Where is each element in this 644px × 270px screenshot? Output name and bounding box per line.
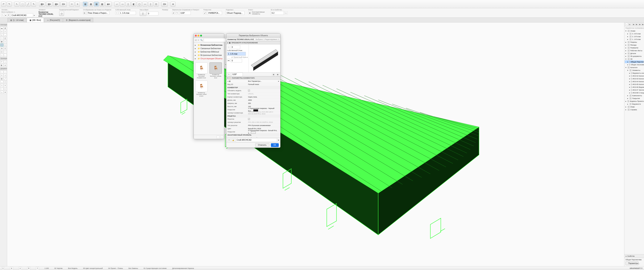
nav-item[interactable]: ▸▫Детали — [625, 52, 644, 55]
nav-item[interactable]: ▸▫Компоненты — [625, 94, 644, 97]
circle-tool[interactable]: ○ — [0, 87, 3, 90]
nav-item[interactable]: ▾▫Этажи — [625, 30, 644, 32]
view-icon-a[interactable]: ▦ — [272, 73, 275, 76]
lib-thumb[interactable]: 🪑Конвектор TECHNO VENT KVZV — [195, 81, 208, 97]
nav-item[interactable]: ▸▫Разрезы — [625, 41, 644, 44]
mesh-tool[interactable]: ⊞ — [0, 47, 3, 50]
window-tool[interactable]: ⊡ — [4, 47, 7, 50]
nav-item[interactable]: ▸▫ИКЭ-03 Каталог Дверей — [625, 77, 644, 80]
nav-item[interactable]: ▸▫ИКЭ-ВХ Стандартный Каталог — [625, 91, 644, 94]
status-shading[interactable]: Детализированная Окраска — [172, 267, 194, 269]
params-panel[interactable]: Параметры Выбранного Объекта Конвектор T… — [226, 33, 280, 148]
status-drawing[interactable]: 02 Чертеж — [54, 267, 62, 269]
pan-icon[interactable]: ✥ — [27, 267, 30, 270]
ok-button[interactable]: OK — [271, 143, 279, 147]
nav-item[interactable]: ▸▫ИКЭ-02 Каталог Всех Проем — [625, 74, 644, 77]
back-icon[interactable]: ◁ — [195, 39, 196, 41]
coating-select[interactable] — [207, 11, 222, 15]
anchor-icon[interactable]: ◇ — [227, 46, 230, 49]
class-icon[interactable]: ▦ — [248, 12, 251, 15]
grid-dd[interactable]: ⊞▾ — [60, 2, 67, 7]
library-title[interactable] — [194, 34, 224, 38]
stair-tool[interactable]: ⌇ — [0, 37, 3, 40]
param-value[interactable]: Белый RAL 9016 — [248, 128, 279, 129]
zoom-out-icon[interactable]: ⊖ — [19, 267, 22, 270]
plan-icon[interactable]: ▤ — [83, 12, 86, 15]
nav-item[interactable]: ▸▫Рабочие Листы — [625, 49, 644, 52]
tab-floor[interactable]: ▤[1. 1-й этаж] — [8, 18, 26, 22]
story-icon[interactable]: ≡ — [115, 12, 118, 15]
t2[interactable]: ▭ — [120, 2, 125, 7]
level-tool[interactable]: ↕ — [4, 70, 7, 73]
view-icon-b[interactable]: ▩ — [276, 73, 279, 76]
undo-button[interactable]: ↶ — [1, 2, 6, 7]
lib-node[interactable]: ▸📁Вложенная Библиотека — [195, 43, 223, 47]
shell-tool[interactable]: ◡ — [4, 33, 7, 36]
opening-tool[interactable]: ○ — [4, 50, 7, 53]
section-tool[interactable]: ⊢ — [0, 60, 3, 63]
rotate-icon[interactable]: ↻ — [176, 12, 179, 15]
section-preview[interactable]: ▸ ▦ ПРОСМОТР И РАСПОЛОЖЕНИЕ — [226, 41, 280, 44]
nav-c-icon[interactable]: ▦ — [638, 23, 641, 26]
spline-tool[interactable]: ∿ — [0, 84, 3, 87]
tab-3d[interactable]: ▣[3D / Все] — [27, 18, 44, 22]
status-concept[interactable]: 00 Цвет концептуальный — [83, 267, 102, 269]
nav-b-icon[interactable]: ▦ — [636, 23, 638, 26]
change-tool[interactable]: △ — [0, 91, 3, 94]
drawing-tool[interactable]: ▭ — [4, 87, 7, 90]
layer-input[interactable] — [236, 138, 277, 142]
nav-d-icon[interactable]: ▦ — [642, 23, 644, 26]
id-more-icon[interactable]: ▸ — [284, 12, 288, 15]
param-value[interactable]: PPA Рулонная алюминиевая — [248, 124, 279, 126]
section-convector[interactable]: ▾ 📋 ПАРАМЕТРЫ КОНВЕКТОРА — [226, 76, 280, 80]
checkbox[interactable]: ✓ — [248, 90, 250, 91]
line-tool[interactable]: ╱ — [26, 2, 30, 7]
preview-angle[interactable] — [232, 73, 243, 76]
morph-tool[interactable]: ◇ — [4, 40, 7, 43]
thumb-small-icon[interactable]: ▫ — [216, 136, 220, 139]
lamp-tool[interactable]: ☼ — [0, 54, 3, 57]
t1[interactable]: ▱ — [114, 2, 119, 7]
nav-a-icon[interactable]: ▦ — [632, 23, 635, 26]
nav-item[interactable]: ▾▫3D — [625, 58, 644, 60]
param-value[interactable]: Оцин.сталь — [248, 96, 279, 98]
param-value[interactable]: ✓ — [248, 90, 279, 92]
nav-item[interactable]: ▸▫Общая Аксонометрия — [625, 63, 644, 66]
elevation-tool[interactable]: ⊥ — [4, 60, 7, 63]
floorplan-select[interactable] — [87, 11, 109, 15]
rot-icon[interactable]: ↻ — [228, 73, 230, 76]
props-settings-button[interactable]: Параметры... — [626, 261, 638, 265]
tab-schedule[interactable]: ☰[Ведомость конвекторов] — [63, 18, 93, 22]
view3d-b[interactable]: ▦ — [88, 2, 93, 7]
param-value[interactable]: Полный показ — [248, 83, 279, 85]
nav-item[interactable]: ▸▫ИКЭ-07 Экспликация 1-й эт — [625, 88, 644, 91]
curtain-tool[interactable]: ▦ — [0, 40, 3, 43]
nav-item[interactable]: ▾▫Элементы — [625, 69, 644, 72]
status-replace[interactable]: Без Замены — [128, 267, 138, 269]
ie-tool[interactable]: ◧ — [0, 64, 3, 67]
search-icon[interactable]: 🔍 — [200, 39, 202, 41]
nav-item[interactable]: ▸▫Фасады — [625, 44, 644, 46]
geom-icon[interactable]: ◇ — [59, 11, 64, 16]
status-model[interactable]: Вся Модель — [68, 267, 78, 269]
t7[interactable]: ▯ — [148, 2, 153, 7]
own-story-dd[interactable] — [227, 52, 246, 56]
column-tool[interactable]: ▮ — [4, 27, 7, 30]
param-value[interactable]: 140 — [248, 105, 279, 107]
view3d-a[interactable]: ▦ — [83, 2, 88, 7]
grid-tool[interactable]: ⊕ — [4, 91, 7, 94]
nav-item[interactable]: ▾▫Каталоги — [625, 66, 644, 69]
thumb-large-icon[interactable]: ▪ — [220, 136, 223, 139]
checkbox[interactable]: ✓ — [248, 118, 250, 120]
snap-b[interactable]: ▦▾ — [46, 2, 52, 7]
nav-item[interactable]: ▸▫ИКЭ-05 Каталог Объектов — [625, 83, 644, 86]
subclass-select[interactable] — [226, 11, 244, 15]
snap-c[interactable]: ▦▾ — [53, 2, 60, 7]
cut-button[interactable]: ✂ — [70, 2, 74, 7]
zoom-in-icon[interactable]: ⊕ — [10, 267, 13, 270]
lib-thumb[interactable]: 🪑Конвектор TECHNO POWER KVZ — [195, 62, 208, 79]
zoom-fit-icon[interactable]: ⊡ — [2, 267, 4, 270]
poly-tool[interactable]: ⬠ — [4, 81, 7, 84]
nav-home-icon[interactable]: ⌂ — [626, 23, 628, 26]
draw-tool[interactable]: ✎ — [31, 2, 36, 7]
